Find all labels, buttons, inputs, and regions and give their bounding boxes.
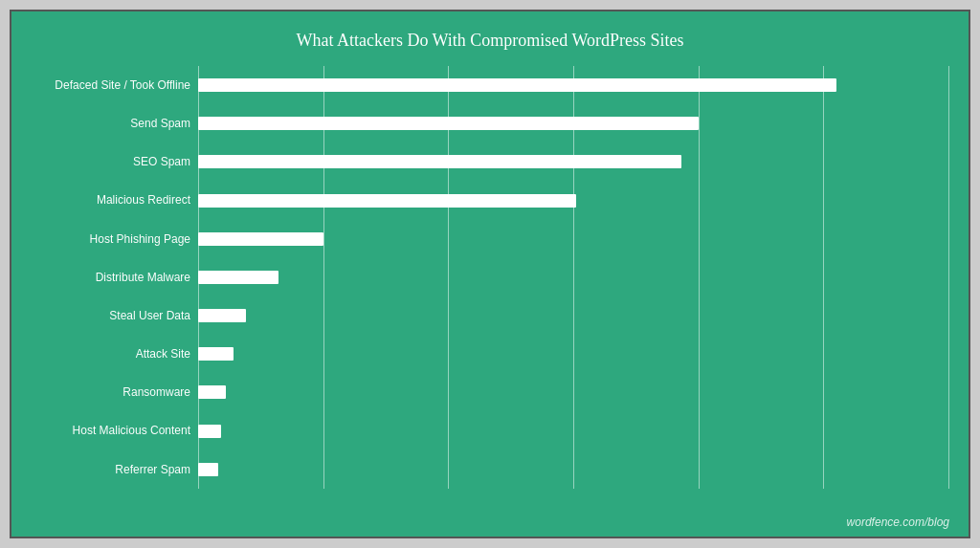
bar-row bbox=[198, 461, 949, 478]
bar-row bbox=[198, 423, 949, 440]
bar-row bbox=[198, 192, 949, 209]
bar bbox=[198, 117, 699, 130]
bar bbox=[198, 347, 234, 361]
bar bbox=[198, 271, 278, 284]
bars-wrapper bbox=[198, 66, 949, 489]
y-label: Defaced Site / Took Offline bbox=[31, 78, 190, 92]
bar-row bbox=[198, 345, 949, 362]
y-label: Referrer Spam bbox=[31, 463, 190, 476]
bar-row bbox=[198, 269, 949, 286]
bar bbox=[198, 78, 836, 92]
bar bbox=[198, 232, 323, 246]
bar-row bbox=[198, 307, 949, 324]
y-label: Steal User Data bbox=[31, 309, 190, 322]
bar-row bbox=[198, 153, 949, 170]
bar bbox=[198, 309, 246, 322]
y-label: Ransomware bbox=[31, 385, 190, 399]
y-axis-labels: Defaced Site / Took OfflineSend SpamSEO … bbox=[31, 66, 198, 489]
y-label: Attack Site bbox=[31, 347, 190, 361]
bar-row bbox=[198, 115, 949, 132]
watermark: wordfence.com/blog bbox=[847, 515, 949, 529]
y-label: Send Spam bbox=[31, 117, 190, 130]
bars-and-grid bbox=[198, 66, 949, 489]
bar bbox=[198, 155, 681, 168]
chart-container: What Attackers Do With Compromised WordP… bbox=[10, 10, 970, 538]
bar-row bbox=[198, 77, 949, 94]
bar bbox=[198, 463, 218, 476]
y-label: Malicious Redirect bbox=[31, 193, 190, 207]
y-label: Host Malicious Content bbox=[31, 424, 190, 437]
y-label: Host Phishing Page bbox=[31, 232, 190, 246]
bar bbox=[198, 385, 226, 399]
bar bbox=[198, 425, 221, 438]
bar bbox=[198, 194, 576, 208]
chart-title: What Attackers Do With Compromised WordP… bbox=[31, 31, 949, 51]
y-label: Distribute Malware bbox=[31, 271, 190, 284]
chart-area: Defaced Site / Took OfflineSend SpamSEO … bbox=[31, 66, 949, 489]
bar-row bbox=[198, 230, 949, 248]
y-label: SEO Spam bbox=[31, 155, 190, 168]
bar-row bbox=[198, 384, 949, 401]
